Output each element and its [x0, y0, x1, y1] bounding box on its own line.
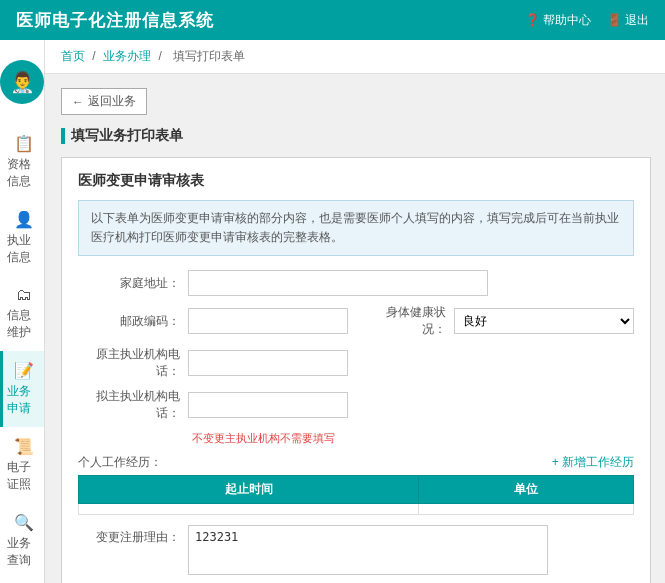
postal-code-input[interactable]: [188, 308, 348, 334]
home-address-row: 家庭地址：: [78, 270, 634, 296]
hint-area: 不变更主执业机构不需要填写: [188, 430, 634, 446]
work-table-header-time: 起止时间: [79, 476, 419, 504]
table-row: [79, 504, 634, 515]
sidebar: 👨‍⚕️ 📋 资格信息 👤 执业信息 🗂 信息维护 📝 业务申请 📜 电子证照 …: [0, 40, 45, 583]
main-layout: 👨‍⚕️ 📋 资格信息 👤 执业信息 🗂 信息维护 📝 业务申请 📜 电子证照 …: [0, 40, 665, 583]
hint-text: 不变更主执业机构不需要填写: [192, 432, 335, 444]
back-button[interactable]: ← 返回业务: [61, 88, 147, 115]
home-address-label: 家庭地址：: [78, 275, 188, 292]
secondary-phone-row: 拟主执业机构电话：: [78, 388, 634, 422]
change-reason-row: 变更注册理由： 123231: [78, 525, 634, 575]
sidebar-item-label: 信息维护: [7, 307, 40, 341]
form-card: 医师变更申请审核表 以下表单为医师变更申请审核的部分内容，也是需要医师个人填写的…: [61, 157, 651, 583]
help-icon: ❓: [525, 13, 540, 27]
sidebar-item-certificate[interactable]: 📜 电子证照: [0, 427, 44, 503]
user-avatar-area: 👨‍⚕️: [0, 50, 44, 124]
logout-link[interactable]: 🚪 退出: [607, 12, 649, 29]
sidebar-item-qualification[interactable]: 📋 资格信息: [0, 124, 44, 200]
primary-phone-input[interactable]: [188, 350, 348, 376]
practice-icon: 👤: [14, 210, 34, 229]
add-work-button[interactable]: + 新增工作经历: [552, 454, 634, 471]
info-box: 以下表单为医师变更申请审核的部分内容，也是需要医师个人填写的内容，填写完成后可在…: [78, 200, 634, 256]
secondary-phone-input[interactable]: [188, 392, 348, 418]
main-content: 首页 / 业务办理 / 填写打印表单 ← 返回业务 填写业务打印表单 医师变更申…: [45, 40, 665, 583]
primary-phone-label: 原主执业机构电话：: [78, 346, 188, 380]
sidebar-item-label: 业务查询: [7, 535, 40, 569]
sidebar-item-reissue[interactable]: 📄 证书补办: [0, 579, 44, 583]
breadcrumb: 首页 / 业务办理 / 填写打印表单: [45, 40, 665, 74]
secondary-phone-label: 拟主执业机构电话：: [78, 388, 188, 422]
postal-group: 邮政编码：: [78, 308, 348, 334]
qualification-icon: 📋: [14, 134, 34, 153]
sidebar-item-practice[interactable]: 👤 执业信息: [0, 200, 44, 276]
logout-icon: 🚪: [607, 13, 622, 27]
change-reason-label: 变更注册理由：: [78, 525, 188, 546]
card-title: 医师变更申请审核表: [78, 172, 634, 190]
avatar: 👨‍⚕️: [0, 60, 44, 104]
health-status-select[interactable]: 良好 一般 较差: [454, 308, 634, 334]
work-table-header-unit: 单位: [419, 476, 634, 504]
query-icon: 🔍: [14, 513, 34, 532]
maintenance-icon: 🗂: [16, 286, 32, 304]
sidebar-item-label: 业务申请: [7, 383, 40, 417]
header-actions: ❓ 帮助中心 🚪 退出: [525, 12, 649, 29]
work-history-table: 起止时间 单位: [78, 475, 634, 515]
health-status-label: 身体健康状况：: [364, 304, 454, 338]
page-title: 填写业务打印表单: [61, 127, 651, 145]
postal-health-row: 邮政编码： 身体健康状况： 良好 一般 较差: [78, 304, 634, 338]
help-link[interactable]: ❓ 帮助中心: [525, 12, 591, 29]
sidebar-item-label: 资格信息: [7, 156, 40, 190]
business-icon: 📝: [14, 361, 34, 380]
change-reason-textarea[interactable]: 123231: [188, 525, 548, 575]
health-group: 身体健康状况： 良好 一般 较差: [364, 304, 634, 338]
postal-code-label: 邮政编码：: [78, 313, 188, 330]
back-arrow-icon: ←: [72, 95, 84, 109]
primary-phone-row: 原主执业机构电话：: [78, 346, 634, 380]
certificate-icon: 📜: [14, 437, 34, 456]
breadcrumb-business[interactable]: 业务办理: [103, 49, 151, 63]
work-history-header: 个人工作经历： + 新增工作经历: [78, 454, 634, 471]
home-address-input[interactable]: [188, 270, 488, 296]
breadcrumb-home[interactable]: 首页: [61, 49, 85, 63]
app-title: 医师电子化注册信息系统: [16, 9, 214, 32]
header: 医师电子化注册信息系统 ❓ 帮助中心 🚪 退出: [0, 0, 665, 40]
breadcrumb-current: 填写打印表单: [173, 49, 245, 63]
sidebar-item-label: 电子证照: [7, 459, 40, 493]
sidebar-item-business[interactable]: 📝 业务申请: [0, 351, 44, 427]
work-history-label: 个人工作经历：: [78, 454, 170, 471]
page-content: ← 返回业务 填写业务打印表单 医师变更申请审核表 以下表单为医师变更申请审核的…: [45, 74, 665, 583]
sidebar-item-query[interactable]: 🔍 业务查询: [0, 503, 44, 579]
sidebar-item-label: 执业信息: [7, 232, 40, 266]
work-unit-cell: [419, 504, 634, 515]
work-time-cell: [79, 504, 419, 515]
sidebar-item-maintenance[interactable]: 🗂 信息维护: [0, 276, 44, 351]
